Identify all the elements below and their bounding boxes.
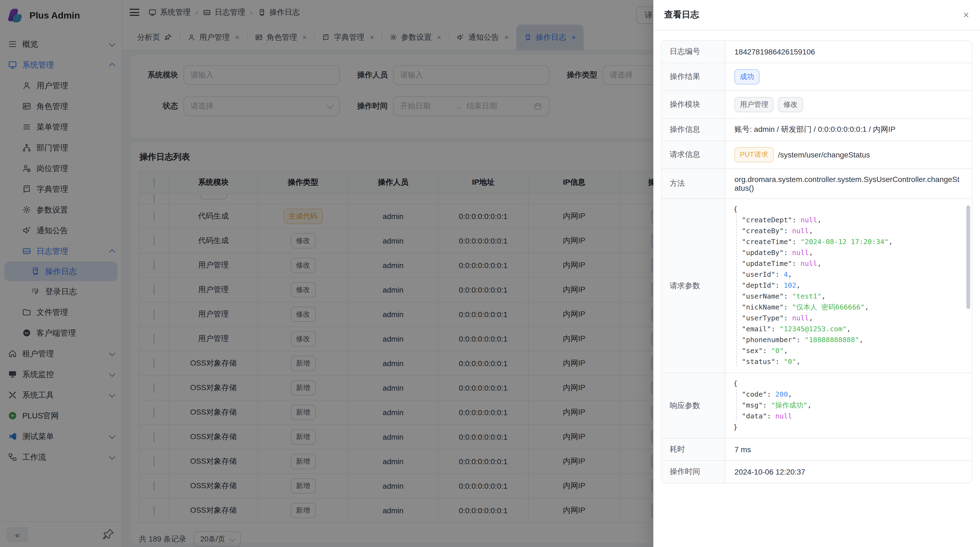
response-params-row: 响应参数 { "code": 200, "msg": "操作成功", "data… — [662, 373, 972, 439]
method-row: 方法 org.dromara.system.controller.system.… — [662, 169, 972, 199]
request-value: PUT请求 /system/user/changeStatus — [726, 141, 972, 168]
close-icon[interactable]: × — [963, 10, 969, 20]
status-badge: 成功 — [735, 69, 759, 85]
cost-label: 耗时 — [662, 439, 726, 460]
request-params-value: { "createDept": null, "createBy": null, … — [726, 199, 972, 373]
request-params-row: 请求参数 { "createDept": null, "createBy": n… — [662, 199, 972, 373]
result-label: 操作结果 — [662, 63, 726, 91]
response-params-value: { "code": 200, "msg": "操作成功", "data": nu… — [726, 373, 972, 438]
module-row: 操作模块 用户管理修改 — [662, 91, 972, 119]
drawer-header: 查看日志 × — [653, 0, 980, 30]
drawer-title: 查看日志 — [664, 9, 699, 21]
log-id-label: 日志编号 — [662, 41, 726, 63]
result-row: 操作结果 成功 — [662, 63, 972, 91]
request-params-label: 请求参数 — [662, 199, 726, 373]
http-method-badge: PUT请求 — [735, 147, 774, 163]
request-row: 请求信息 PUT请求 /system/user/changeStatus — [662, 141, 972, 169]
response-params-json: { "code": 200, "msg": "操作成功", "data": nu… — [733, 378, 964, 432]
method-label: 方法 — [662, 169, 726, 198]
request-label: 请求信息 — [662, 141, 726, 168]
cost-value: 7 ms — [726, 439, 972, 460]
response-params-label: 响应参数 — [662, 373, 726, 438]
log-id-row: 日志编号 1842781986426159106 — [662, 41, 972, 63]
info-value: 账号: admin / 研发部门 / 0:0:0:0:0:0:0:1 / 内网I… — [726, 119, 972, 140]
module-label: 操作模块 — [662, 91, 726, 118]
module-badge: 修改 — [778, 97, 803, 112]
module-badge: 用户管理 — [735, 97, 774, 112]
time-row: 操作时间 2024-10-06 12:20:37 — [662, 461, 972, 483]
method-value: org.dromara.system.controller.system.Sys… — [726, 169, 972, 198]
time-label: 操作时间 — [662, 461, 726, 483]
log-id-value: 1842781986426159106 — [726, 41, 972, 63]
info-row: 操作信息 账号: admin / 研发部门 / 0:0:0:0:0:0:0:1 … — [662, 119, 972, 141]
scrollbar-thumb[interactable] — [966, 206, 970, 309]
cost-row: 耗时 7 ms — [662, 439, 972, 461]
module-value: 用户管理修改 — [726, 91, 972, 118]
request-params-json: { "createDept": null, "createBy": null, … — [733, 204, 964, 367]
time-value: 2024-10-06 12:20:37 — [726, 461, 972, 483]
view-log-drawer: 查看日志 × 日志编号 1842781986426159106 操作结果 成功 … — [653, 0, 980, 547]
info-label: 操作信息 — [662, 119, 726, 140]
log-detail-table: 日志编号 1842781986426159106 操作结果 成功 操作模块 用户… — [661, 40, 972, 483]
app-root: Plus Admin 概览系统管理用户管理角色管理菜单管理部门管理岗位管理字典管… — [0, 0, 980, 547]
request-url: /system/user/changeStatus — [778, 150, 870, 159]
indent-guide — [736, 215, 737, 366]
indent-guide — [736, 389, 737, 421]
drawer-overlay[interactable] — [0, 0, 653, 547]
result-value: 成功 — [726, 63, 972, 91]
